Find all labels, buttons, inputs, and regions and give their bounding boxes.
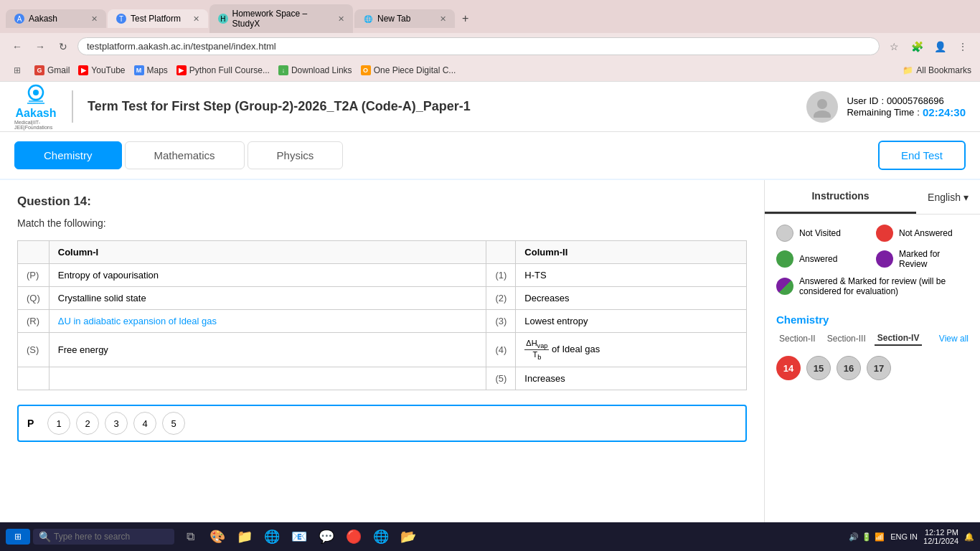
- main-layout: Question 14: Match the following: Column…: [0, 180, 980, 537]
- instructions-button[interactable]: Instructions: [765, 180, 916, 214]
- row-2-num: (2): [486, 287, 516, 310]
- user-id-label: User ID: [847, 95, 878, 106]
- col-empty2: [486, 241, 516, 264]
- taskbar-app-3[interactable]: 🌐: [259, 524, 285, 550]
- menu-icon[interactable]: ⋮: [954, 38, 971, 55]
- bookmark-onepiece-label: One Piece Digital C...: [374, 65, 456, 75]
- task-view-icon[interactable]: ⧉: [177, 524, 203, 550]
- tab-physics[interactable]: Physics: [248, 141, 344, 169]
- row-5-empty1: [18, 367, 50, 390]
- tab-newtab-close[interactable]: ✕: [440, 14, 446, 24]
- address-bar[interactable]: testplatform.aakash.ac.in/testpanel/inde…: [77, 37, 880, 55]
- profile-icon[interactable]: 👤: [931, 38, 948, 55]
- user-id-value: 00005768696: [887, 95, 944, 106]
- not-answered-label: Not Answered: [899, 228, 953, 238]
- taskbar-app-1[interactable]: 🎨: [204, 524, 230, 550]
- taskbar-app-5[interactable]: 💬: [314, 524, 339, 550]
- extensions-icon[interactable]: 🧩: [908, 38, 925, 55]
- bookmark-python[interactable]: ▶ Python Full Course...: [176, 65, 270, 75]
- time-label: Remaining Time: [847, 107, 914, 118]
- reload-button[interactable]: ↻: [55, 38, 72, 55]
- row-s-col1: Free energy: [49, 333, 486, 367]
- exam-title: Term Test for First Step (Group-2)-2026_…: [88, 99, 792, 114]
- battery-icon[interactable]: 🔋: [862, 532, 872, 542]
- all-bookmarks[interactable]: 📁 All Bookmarks: [903, 65, 971, 75]
- bookmark-onepiece[interactable]: O One Piece Digital C...: [361, 65, 456, 75]
- forward-button[interactable]: →: [32, 38, 49, 55]
- bookmark-python-label: Python Full Course...: [189, 65, 270, 75]
- taskbar-time-display: 12:12 PM: [923, 528, 958, 537]
- user-info: User ID : 00005768696 Remaining Time : 0…: [806, 91, 966, 123]
- back-button[interactable]: ←: [9, 38, 26, 55]
- time-separator: :: [917, 107, 920, 118]
- taskbar-right: 🔊 🔋 📶 ENG IN 12:12 PM 12/1/2024 🔔: [849, 528, 974, 545]
- tab-test-platform[interactable]: T Test Platform ✕: [108, 9, 208, 28]
- wifi-icon[interactable]: 📶: [875, 532, 885, 542]
- taskbar-app-2[interactable]: 📁: [232, 524, 258, 550]
- question-num-15[interactable]: 15: [806, 356, 831, 380]
- tab-chemistry[interactable]: Chemistry: [14, 141, 122, 169]
- tab-homework[interactable]: H Homework Space – StudyX ✕: [209, 4, 353, 33]
- answered-marked-dot: [776, 278, 793, 295]
- answered-dot: [776, 250, 793, 268]
- taskbar-app-8[interactable]: 📂: [395, 524, 421, 550]
- notification-bell-icon[interactable]: 🔔: [964, 532, 974, 542]
- end-test-button[interactable]: End Test: [878, 141, 966, 170]
- view-all-link[interactable]: View all: [939, 334, 969, 344]
- bookmark-youtube[interactable]: ▶ YouTube: [78, 65, 125, 75]
- bookmark-download[interactable]: ↓ Download Links: [278, 65, 352, 75]
- taskbar-search-input[interactable]: [54, 532, 169, 542]
- windows-icon: ⊞: [14, 532, 22, 542]
- bookmark-gmail[interactable]: G Gmail: [34, 65, 70, 75]
- tab-mathematics[interactable]: Mathematics: [125, 141, 245, 169]
- answer-p-1[interactable]: 1: [47, 412, 70, 435]
- tab-aakash[interactable]: A Aakash ✕: [6, 9, 106, 28]
- maps-icon: M: [134, 65, 144, 75]
- tab-test-platform-close[interactable]: ✕: [193, 14, 199, 24]
- language-selector[interactable]: English ▾: [916, 186, 980, 209]
- tab-homework-close[interactable]: ✕: [338, 14, 344, 24]
- answer-row-p: P 1 2 3 4 5: [17, 405, 747, 442]
- app6-icon: 🔴: [346, 529, 362, 545]
- tab-newtab[interactable]: 🌐 New Tab ✕: [354, 9, 455, 28]
- table-header-row: Column-I Column-II: [18, 241, 747, 264]
- row-r-col1: ΔU in adiabatic expansion of Ideal gas: [49, 310, 486, 333]
- test-platform-favicon: T: [116, 14, 126, 24]
- section-tab-2[interactable]: Section-II: [776, 332, 819, 345]
- question-text: Match the following:: [17, 217, 747, 229]
- taskbar-app-7[interactable]: 🌐: [368, 524, 394, 550]
- start-button[interactable]: ⊞: [6, 529, 30, 545]
- answer-p-2[interactable]: 2: [76, 412, 99, 435]
- app-header: Aakash Medical|IIT-JEE|Foundations Term …: [0, 82, 980, 132]
- not-answered-dot: [876, 225, 893, 242]
- apps-icon[interactable]: ⊞: [9, 62, 26, 79]
- app2-icon: 📁: [237, 529, 253, 545]
- col2-header: Column-II: [516, 241, 747, 264]
- answer-p-3[interactable]: 3: [105, 412, 128, 435]
- speaker-icon[interactable]: 🔊: [849, 532, 859, 542]
- taskbar-app-4[interactable]: 📧: [286, 524, 312, 550]
- taskbar-search[interactable]: 🔍: [33, 529, 174, 545]
- all-bookmarks-label: All Bookmarks: [916, 65, 971, 75]
- question-num-16[interactable]: 16: [837, 356, 861, 380]
- col1-header: Column-I: [49, 241, 486, 264]
- not-visited-label: Not Visited: [799, 228, 841, 238]
- question-num-14[interactable]: 14: [776, 356, 801, 380]
- legend-marked-review: Marked for Review: [876, 249, 969, 269]
- section-tab-3[interactable]: Section-III: [824, 332, 869, 345]
- bookmark-maps[interactable]: M Maps: [134, 65, 168, 75]
- tab-aakash-close[interactable]: ✕: [91, 14, 98, 24]
- user-avatar: [806, 91, 838, 123]
- section-tab-4[interactable]: Section-IV: [875, 331, 923, 346]
- answer-p-4[interactable]: 4: [133, 412, 156, 435]
- question-num-17[interactable]: 17: [867, 356, 891, 380]
- taskbar-app-6[interactable]: 🔴: [341, 524, 367, 550]
- new-tab-button[interactable]: +: [456, 9, 474, 28]
- bookmark-youtube-label: YouTube: [91, 65, 125, 75]
- answer-p-5[interactable]: 5: [162, 412, 185, 435]
- table-row: (Q) Crystalline solid state (2) Decrease…: [18, 287, 747, 310]
- python-icon: ▶: [176, 65, 187, 75]
- table-row: (R) ΔU in adiabatic expansion of Ideal g…: [18, 310, 747, 333]
- bookmark-star-icon[interactable]: ☆: [885, 38, 903, 55]
- answer-section: P 1 2 3 4 5: [17, 405, 747, 442]
